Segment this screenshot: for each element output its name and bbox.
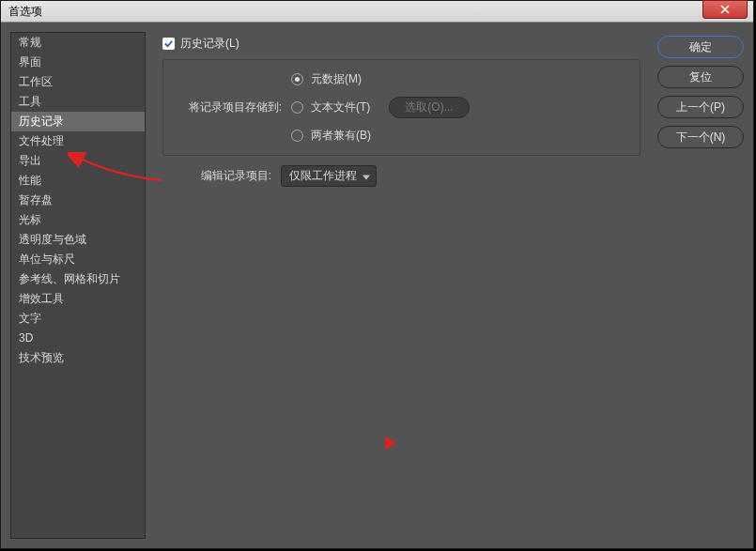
close-button[interactable] — [702, 0, 748, 19]
sidebar-item-3d[interactable]: 3D — [11, 329, 145, 348]
sidebar-item-history[interactable]: 历史记录 — [11, 112, 145, 131]
sidebar-item-units[interactable]: 单位与标尺 — [11, 250, 145, 269]
sidebar-item-interface[interactable]: 界面 — [11, 53, 145, 72]
sidebar-item-performance[interactable]: 性能 — [11, 171, 145, 191]
prev-button[interactable]: 上一个(P) — [657, 96, 744, 118]
save-to-label: 将记录项目存储到: — [178, 99, 282, 115]
history-log-checkbox[interactable] — [162, 38, 175, 50]
sidebar-item-scratch-disk[interactable]: 暂存盘 — [11, 191, 145, 210]
radio-metadata-label: 元数据(M) — [311, 71, 362, 87]
radio-textfile[interactable] — [291, 101, 303, 114]
close-icon — [720, 5, 730, 14]
radio-both[interactable] — [291, 130, 303, 142]
sidebar-item-cursor[interactable]: 光标 — [11, 210, 145, 230]
radio-metadata[interactable] — [291, 73, 303, 85]
dropdown-value: 仅限工作进程 — [289, 169, 357, 182]
edit-items-label: 编辑记录项目: — [162, 168, 271, 184]
sidebar-item-tools[interactable]: 工具 — [11, 92, 145, 112]
edit-items-dropdown[interactable]: 仅限工作进程 — [281, 165, 377, 187]
next-button[interactable]: 下一个(N) — [657, 126, 744, 148]
ok-button[interactable]: 确定 — [657, 36, 744, 58]
sidebar-item-general[interactable]: 常规 — [11, 33, 145, 53]
window-title: 首选项 — [8, 4, 42, 20]
radio-both-label: 两者兼有(B) — [311, 128, 371, 144]
sidebar-item-workspace[interactable]: 工作区 — [11, 72, 145, 92]
sidebar-item-guides[interactable]: 参考线、网格和切片 — [11, 269, 145, 289]
sidebar-item-type[interactable]: 文字 — [11, 309, 145, 329]
sidebar-item-export[interactable]: 导出 — [11, 151, 145, 171]
radio-textfile-label: 文本文件(T) — [311, 99, 370, 115]
check-icon — [163, 38, 174, 49]
choose-button: 选取(O)... — [389, 97, 469, 118]
main-panel: 历史记录(L) 将记录项目存储到: 元数据(M) 文本文件(T) 选取(O)..… — [153, 32, 650, 539]
titlebar: 首选项 — [1, 1, 753, 23]
reset-button[interactable]: 复位 — [657, 66, 744, 88]
save-to-group: 将记录项目存储到: 元数据(M) 文本文件(T) 选取(O)... — [162, 59, 640, 156]
sidebar-item-plugins[interactable]: 增效工具 — [11, 289, 145, 309]
history-log-label: 历史记录(L) — [180, 36, 239, 52]
sidebar: 常规 界面 工作区 工具 历史记录 文件处理 导出 性能 暂存盘 光标 透明度与… — [10, 32, 146, 539]
sidebar-item-tech-preview[interactable]: 技术预览 — [11, 348, 145, 368]
sidebar-item-file-handling[interactable]: 文件处理 — [11, 131, 145, 151]
right-button-panel: 确定 复位 上一个(P) 下一个(N) — [657, 32, 744, 539]
sidebar-item-transparency[interactable]: 透明度与色域 — [11, 230, 145, 250]
